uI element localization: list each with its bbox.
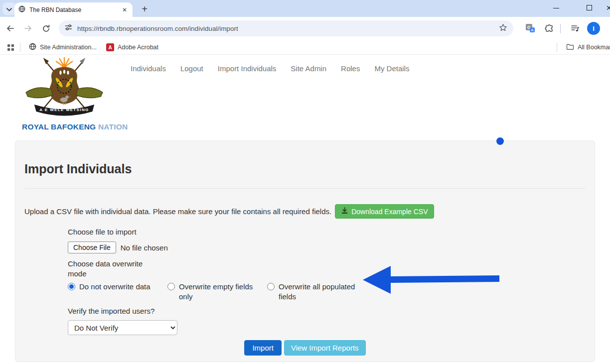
profile-avatar[interactable]: I <box>587 22 600 35</box>
chevron-down-icon <box>6 4 12 13</box>
new-tab-button[interactable]: + <box>138 2 151 15</box>
globe-favicon-icon <box>18 5 25 14</box>
divider <box>24 188 586 189</box>
radio-option-no-overwrite: Do not overwrite data <box>68 282 167 302</box>
bookmark-label: Adobe Acrobat <box>118 44 158 51</box>
nav-my-details[interactable]: My Details <box>374 64 409 73</box>
logo-wordmark: ROYAL BAFOKENG NATION <box>22 122 109 131</box>
nav-roles[interactable]: Roles <box>341 64 360 73</box>
tab-title: The RBN Database <box>29 6 121 13</box>
reload-button[interactable] <box>38 21 53 36</box>
main-nav: Individuals Logout Import Individuals Si… <box>131 64 409 73</box>
file-status-text: No file chosen <box>121 243 168 252</box>
choose-file-button[interactable]: Choose File <box>68 242 116 253</box>
site-info-tune-icon[interactable] <box>65 24 72 33</box>
overwrite-radio-group: Do not overwrite data Overwrite empty fi… <box>68 282 586 302</box>
intro-row: Upload a CSV file with individual data. … <box>24 204 586 219</box>
window-minimize-icon[interactable] <box>553 8 559 8</box>
import-form: Choose file to import Choose File No fil… <box>68 227 586 335</box>
bookmarks-bar: Site Administration... A Adobe Acrobat A… <box>0 40 610 55</box>
forward-button[interactable] <box>20 21 35 36</box>
extensions-puzzle-icon[interactable] <box>543 22 555 34</box>
bookmarks-separator <box>20 43 20 52</box>
verify-label: Verify the imported users? <box>68 306 197 316</box>
annotation-arrow <box>362 264 500 295</box>
browser-tab-strip: The RBN Database ✕ + ✕ <box>0 0 610 17</box>
folder-icon <box>566 43 574 52</box>
radio-label[interactable]: Overwrite all populated fields <box>279 282 358 302</box>
bookmarks-separator <box>557 43 557 52</box>
file-input-row: Choose File No file chosen <box>68 242 586 253</box>
download-icon <box>341 207 348 216</box>
window-close-icon[interactable]: ✕ <box>606 4 610 12</box>
svg-text:A: A <box>531 28 534 32</box>
media-queue-icon[interactable] <box>569 22 581 34</box>
overwrite-mode-label: Choose data overwrite mode <box>68 259 152 279</box>
radio-overwrite-all[interactable] <box>267 283 275 290</box>
globe-icon <box>29 43 36 52</box>
bookmark-star-icon[interactable] <box>499 23 507 34</box>
download-button-label: Download Example CSV <box>351 208 428 216</box>
back-button[interactable] <box>2 21 17 36</box>
window-maximize-icon[interactable] <box>587 5 592 10</box>
rbn-logo[interactable]: A E WELE METSING ROYAL BAFOKENG NATION <box>22 57 109 131</box>
tab-close-icon[interactable]: ✕ <box>121 6 129 14</box>
file-label: Choose file to import <box>68 227 152 237</box>
radio-option-overwrite-empty: Overwrite empty fields only <box>167 282 267 302</box>
logo-motto: A E WELE METSING <box>39 108 89 112</box>
radio-overwrite-empty[interactable] <box>167 283 175 290</box>
nav-logout[interactable]: Logout <box>180 64 203 73</box>
import-button[interactable]: Import <box>244 340 282 356</box>
tab-search-button[interactable] <box>2 2 16 15</box>
rbn-crest-image: A E WELE METSING <box>22 57 107 120</box>
radio-option-overwrite-all: Overwrite all populated fields <box>267 282 367 302</box>
toolbar-separator <box>560 24 561 33</box>
address-bar[interactable]: https://rbndb.rbnoperationsroom.com/indi… <box>59 20 513 36</box>
bookmark-label: Site Administration... <box>40 44 97 51</box>
window-controls: ✕ <box>535 0 610 17</box>
radio-label[interactable]: Do not overwrite data <box>79 282 151 292</box>
annotation-dot <box>496 137 504 145</box>
browser-tab[interactable]: The RBN Database ✕ <box>14 2 133 17</box>
page-title: Import Individuals <box>24 162 586 176</box>
nav-import-individuals[interactable]: Import Individuals <box>218 64 277 73</box>
adobe-acrobat-icon: A <box>106 43 114 51</box>
url-text[interactable]: https://rbndb.rbnoperationsroom.com/indi… <box>77 25 499 32</box>
bookmark-adobe-acrobat[interactable]: A Adobe Acrobat <box>106 42 158 53</box>
radio-no-overwrite[interactable] <box>68 283 75 290</box>
all-bookmarks-label: All Bookmarks <box>578 44 610 51</box>
intro-text: Upload a CSV file with individual data. … <box>24 207 331 216</box>
apps-grid-icon[interactable] <box>7 42 14 53</box>
nav-individuals[interactable]: Individuals <box>131 64 166 73</box>
all-bookmarks-button[interactable]: All Bookmarks <box>566 42 610 53</box>
radio-label[interactable]: Overwrite empty fields only <box>179 282 259 302</box>
import-individuals-card: Import Individuals Upload a CSV file wit… <box>15 140 595 362</box>
avatar-letter: I <box>593 25 595 32</box>
google-translate-icon[interactable]: GA <box>524 22 536 34</box>
view-import-reports-button[interactable]: View Import Reports <box>284 340 366 356</box>
bookmark-site-administration[interactable]: Site Administration... <box>29 42 97 53</box>
form-actions: Import View Import Reports <box>24 340 586 356</box>
verify-select[interactable]: Do Not Verify <box>68 320 177 335</box>
nav-site-admin[interactable]: Site Admin <box>291 64 326 73</box>
site-header: A E WELE METSING ROYAL BAFOKENG NATION I… <box>0 55 610 140</box>
download-example-csv-button[interactable]: Download Example CSV <box>335 204 434 219</box>
logo-text-bold: ROYAL BAFOKENG <box>22 122 96 131</box>
logo-text-light: NATION <box>98 122 128 131</box>
browser-toolbar: https://rbndb.rbnoperationsroom.com/indi… <box>0 17 610 40</box>
